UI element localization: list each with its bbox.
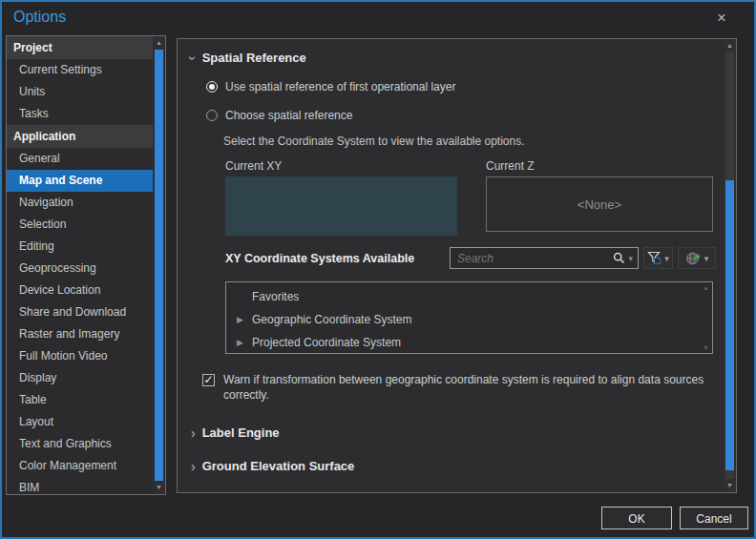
chevron-down-icon: ▾	[704, 254, 709, 263]
scroll-up-icon[interactable]: ▲	[703, 284, 709, 291]
tree-expander-icon[interactable]: ▶	[237, 338, 252, 347]
radio-use-first-operational-layer[interactable]: Use spatial reference of first operation…	[206, 80, 723, 93]
tree-item-label: Favorites	[252, 290, 299, 303]
current-z-value: <None>	[578, 197, 621, 212]
main-scroll-track[interactable]	[725, 52, 734, 479]
sidebar-list: Project Current Settings Units Tasks App…	[7, 36, 153, 494]
scroll-up-icon[interactable]: ▲	[153, 36, 165, 50]
close-icon[interactable]: ×	[708, 8, 735, 29]
tree-expander-icon[interactable]: ▶	[237, 315, 252, 324]
tree-item-label: Geographic Coordinate System	[252, 313, 411, 326]
radio-icon	[206, 81, 218, 93]
scroll-down-icon[interactable]: ▼	[724, 479, 736, 492]
main-scroll-thumb[interactable]	[725, 180, 734, 470]
checkbox-check-icon: ✓	[203, 373, 213, 386]
xy-available-label: XY Coordinate Systems Available	[225, 252, 450, 265]
sidebar-item-color-management[interactable]: Color Management	[7, 455, 153, 477]
sidebar-item-selection[interactable]: Selection	[7, 214, 153, 236]
tree-item-favorites[interactable]: Favorites	[226, 285, 712, 308]
titlebar: Options ×	[2, 2, 754, 34]
tree-item-geographic-coordinate-system[interactable]: ▶ Geographic Coordinate System	[226, 308, 712, 331]
section-spatial-reference[interactable]: › Spatial Reference	[191, 51, 723, 65]
globe-add-icon	[685, 251, 702, 266]
chevron-right-icon: ›	[191, 462, 196, 471]
radio-choose-spatial-reference[interactable]: Choose spatial reference	[206, 109, 723, 122]
options-panel: › Spatial Reference Use spatial referenc…	[177, 38, 737, 493]
warn-transformation-label: Warn if transformation between geographi…	[223, 373, 723, 403]
sidebar: Project Current Settings Units Tasks App…	[6, 35, 166, 495]
radio-icon	[206, 110, 218, 121]
sidebar-scroll-thumb[interactable]	[155, 50, 163, 481]
checkbox-icon[interactable]: ✓	[202, 374, 215, 386]
radio-label: Use spatial reference of first operation…	[225, 80, 455, 93]
ok-button[interactable]: OK	[601, 507, 672, 529]
filter-button[interactable]: ▾	[643, 247, 673, 269]
sidebar-item-display[interactable]: Display	[7, 367, 153, 389]
sidebar-item-layout[interactable]: Layout	[7, 411, 153, 433]
learn-more-link[interactable]: Learn more about map and scene options	[191, 491, 723, 492]
current-z-label: Current Z	[486, 159, 713, 173]
search-box: ▾	[450, 247, 639, 269]
sidebar-item-share-and-download[interactable]: Share and Download	[7, 301, 153, 323]
radio-label: Choose spatial reference	[225, 109, 352, 122]
scroll-down-icon[interactable]: ▼	[153, 481, 165, 494]
section-ground-elevation-surface[interactable]: › Ground Elevation Surface	[191, 459, 723, 473]
chevron-down-icon: ›	[188, 55, 198, 60]
dialog-title: Options	[13, 9, 66, 26]
sidebar-item-units[interactable]: Units	[7, 81, 153, 103]
sidebar-item-navigation[interactable]: Navigation	[7, 192, 153, 214]
section-title: Spatial Reference	[202, 51, 306, 65]
scroll-down-icon[interactable]: ▼	[703, 344, 709, 351]
section-title: Label Engine	[202, 425, 280, 440]
sidebar-item-table[interactable]: Table	[7, 389, 153, 411]
chevron-down-icon: ▾	[664, 254, 669, 263]
chevron-right-icon: ›	[191, 428, 196, 438]
section-label-engine[interactable]: › Label Engine	[191, 425, 723, 440]
sidebar-item-full-motion-video[interactable]: Full Motion Video	[7, 345, 153, 367]
warn-transformation-checkbox-row[interactable]: ✓ Warn if transformation between geograp…	[202, 373, 723, 403]
coordinate-system-tree: ▲ Favorites ▶ Geographic Coordinate Syst…	[225, 281, 713, 354]
scroll-up-icon[interactable]: ▲	[724, 39, 736, 52]
search-input[interactable]	[455, 251, 613, 266]
search-icon[interactable]	[613, 252, 625, 264]
section-title: Ground Elevation Surface	[202, 459, 355, 473]
sidebar-item-raster-and-imagery[interactable]: Raster and Imagery	[7, 323, 153, 345]
sidebar-item-current-settings[interactable]: Current Settings	[7, 59, 153, 81]
coordinate-system-hint: Select the Coordinate System to view the…	[223, 135, 723, 148]
current-xy-box[interactable]	[225, 176, 457, 236]
options-panel-content: › Spatial Reference Use spatial referenc…	[178, 39, 723, 492]
sidebar-item-bim[interactable]: BIM	[7, 477, 153, 494]
spatial-reference-globe-button[interactable]: ▾	[678, 247, 716, 269]
tree-item-projected-coordinate-system[interactable]: ▶ Projected Coordinate System	[226, 331, 712, 354]
sidebar-item-map-and-scene[interactable]: Map and Scene	[7, 170, 153, 192]
sidebar-section-application: Application	[7, 125, 153, 148]
sidebar-scrollbar[interactable]: ▲ ▼	[153, 36, 165, 494]
sidebar-item-editing[interactable]: Editing	[7, 236, 153, 258]
main-scrollbar[interactable]: ▲ ▼	[724, 39, 736, 492]
filter-icon	[647, 251, 662, 265]
chevron-down-icon[interactable]: ▾	[628, 254, 633, 263]
sidebar-section-project: Project	[7, 36, 153, 59]
sidebar-scroll-track[interactable]	[155, 50, 163, 481]
sidebar-item-general[interactable]: General	[7, 148, 153, 170]
sidebar-item-device-location[interactable]: Device Location	[7, 280, 153, 301]
sidebar-item-text-and-graphics[interactable]: Text and Graphics	[7, 433, 153, 455]
current-z-box[interactable]: <None>	[486, 176, 713, 232]
cancel-button[interactable]: Cancel	[680, 507, 748, 529]
sidebar-item-geoprocessing[interactable]: Geoprocessing	[7, 258, 153, 280]
tree-item-label: Projected Coordinate System	[252, 336, 401, 349]
current-xy-label: Current XY	[225, 159, 457, 173]
sidebar-item-tasks[interactable]: Tasks	[7, 103, 153, 125]
options-dialog: Options × Project Current Settings Units…	[0, 0, 756, 539]
